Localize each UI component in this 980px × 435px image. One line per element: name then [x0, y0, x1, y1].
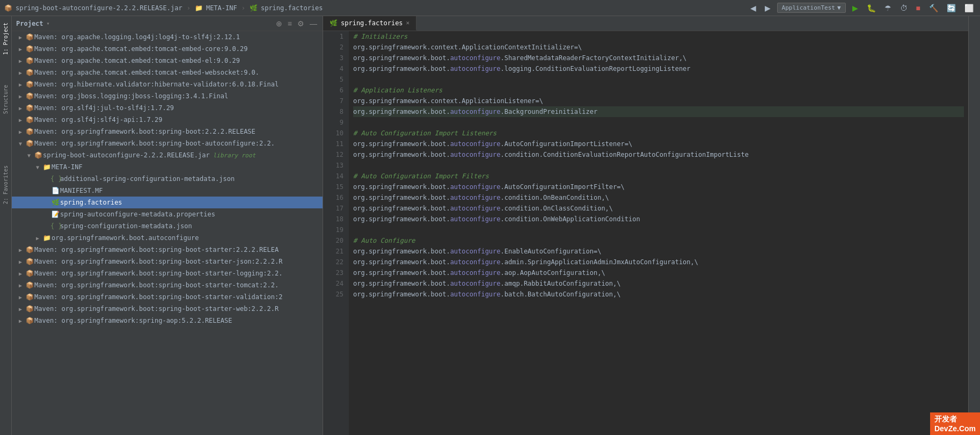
code-line-25: org.springframework.boot.autoconfigure.b… — [353, 289, 964, 300]
tree-label: Maven: org.springframework:spring-aop:5.… — [34, 317, 232, 324]
breadcrumb-folder: META-INF — [206, 4, 237, 12]
jar-icon: 📦 — [25, 281, 34, 289]
tab-close-button[interactable]: ✕ — [406, 19, 410, 26]
tree-label: Maven: org.springframework.boot:spring-b… — [34, 270, 282, 277]
tree-label: additional-spring-configuration-metadata… — [60, 175, 235, 183]
line-num-14: 14 — [323, 171, 349, 182]
build-button[interactable]: 🔨 — [927, 3, 940, 13]
spring-factories-tree-item[interactable]: 🌿 spring.factories — [12, 197, 323, 208]
tree-arrow: ▶ — [16, 93, 25, 99]
tree-item[interactable]: ▶ 📦 Maven: org.springframework.boot:spri… — [12, 126, 323, 137]
run-button[interactable]: ▶ — [850, 3, 860, 13]
sidebar-item-structure[interactable]: Structure — [2, 81, 10, 118]
line-numbers: 1 2 3 4 5 6 7 8 9 10 11 12 13 14 15 16 1… — [323, 31, 349, 435]
tree-item[interactable]: ▶ 📦 Maven: org.slf4j:jul-to-slf4j:1.7.29 — [12, 102, 323, 114]
code-line-20: # Auto Configure — [353, 235, 964, 246]
tree-item[interactable]: ▶ 📦 Maven: org.springframework.boot:spri… — [12, 244, 323, 256]
tree-label: Maven: org.jboss.logging:jboss-logging:3… — [34, 92, 228, 100]
code-line-8: org.springframework.boot.autoconfigure.B… — [353, 106, 964, 117]
tree-arrow: ▶ — [16, 306, 25, 312]
tab-spring-factories[interactable]: 🌿 spring.factories ✕ — [323, 16, 416, 31]
tree-label: spring-boot-autoconfigure-2.2.2.RELEASE.… — [43, 151, 210, 159]
editor-content: 1 2 3 4 5 6 7 8 9 10 11 12 13 14 15 16 1… — [323, 31, 968, 435]
tree-item[interactable]: ▶ 📦 Maven: org.springframework.boot:spri… — [12, 279, 323, 291]
jar-icon: 📦 — [25, 128, 34, 135]
line-num-21: 21 — [323, 246, 349, 257]
tree-arrow: ▶ — [16, 259, 25, 265]
run-config-select[interactable]: ApplicationTest ▼ — [777, 3, 846, 13]
maximize-button[interactable]: ⬜ — [962, 3, 976, 13]
tree-item[interactable]: ▶ 📦 Maven: org.hibernate.validator:hiber… — [12, 78, 323, 90]
tree-item[interactable]: ▼ 📦 spring-boot-autoconfigure-2.2.2.RELE… — [12, 149, 323, 161]
tree-label: Maven: org.apache.logging.log4j:log4j-to… — [34, 33, 240, 41]
tree-label: META-INF — [52, 163, 83, 171]
tree-item[interactable]: ▶ 📦 Maven: org.jboss.logging:jboss-loggi… — [12, 90, 323, 102]
tree-item[interactable]: ▶ 📦 Maven: org.springframework.boot:spri… — [12, 267, 323, 279]
line-num-23: 23 — [323, 267, 349, 278]
jar-icon: 📦 — [25, 270, 34, 277]
tree-item[interactable]: { } spring-configuration-metadata.json — [12, 220, 323, 232]
tree-item[interactable]: ▶ 📦 Maven: org.apache.tomcat.embed:tomca… — [12, 67, 323, 78]
line-num-16: 16 — [323, 192, 349, 203]
tree-item[interactable]: 📄 MANIFEST.MF — [12, 185, 323, 197]
tree-item[interactable]: ▶ 📦 Maven: org.apache.tomcat.embed:tomca… — [12, 55, 323, 67]
settings-button[interactable]: ⚙ — [296, 19, 305, 28]
code-line-19 — [353, 224, 964, 235]
line-num-18: 18 — [323, 214, 349, 224]
debug-button[interactable]: 🐛 — [865, 3, 878, 13]
line-num-3: 3 — [323, 53, 349, 63]
breadcrumb-file: spring.factories — [261, 4, 323, 12]
panel-dropdown-arrow[interactable]: ▾ — [47, 20, 50, 26]
watermark-line2: DevZe.Com — [934, 424, 976, 433]
tree-arrow: ▶ — [16, 34, 25, 40]
tree-label: Maven: org.slf4j:slf4j-api:1.7.29 — [34, 116, 162, 124]
code-line-1: # Initializers — [353, 31, 964, 42]
line-num-17: 17 — [323, 203, 349, 214]
code-line-17: org.springframework.boot.autoconfigure.c… — [353, 203, 964, 214]
stop-button[interactable]: ■ — [914, 3, 923, 13]
tree-label: Maven: org.springframework.boot:spring-b… — [34, 305, 279, 313]
tree-item[interactable]: ▶ 📦 Maven: org.springframework:spring-ao… — [12, 315, 323, 327]
tree-item[interactable]: ▶ 📦 Maven: org.springframework.boot:spri… — [12, 303, 323, 315]
run-config-label: ApplicationTest — [782, 4, 835, 11]
spring-icon: 🌿 — [250, 4, 258, 12]
tree-item[interactable]: ▶ 📦 Maven: org.springframework.boot:spri… — [12, 291, 323, 303]
tree-label: spring-autoconfigure-metadata.properties — [60, 211, 215, 218]
tree-arrow: ▶ — [16, 294, 25, 300]
panel-header: Project ▾ ⊕ ≡ ⚙ — — [12, 16, 323, 31]
coverage-button[interactable]: ☂ — [882, 3, 894, 13]
minimize-button[interactable]: — — [309, 19, 318, 28]
back-button[interactable]: ◀ — [748, 3, 758, 13]
tree-item[interactable]: ▶ 📦 Maven: org.slf4j:slf4j-api:1.7.29 — [12, 114, 323, 126]
code-editor[interactable]: # Initializers org.springframework.conte… — [349, 31, 968, 435]
tree-item[interactable]: ▶ 📁 org.springframework.boot.autoconfigu… — [12, 232, 323, 244]
flatten-button[interactable]: ≡ — [287, 19, 293, 28]
tree-item[interactable]: ▼ 📁 META-INF — [12, 161, 323, 173]
tree-label: Maven: org.springframework.boot:spring-b… — [34, 258, 282, 265]
tree-item[interactable]: { } additional-spring-configuration-meta… — [12, 173, 323, 185]
line-num-7: 7 — [323, 96, 349, 106]
jar-icon: 📦 — [25, 104, 34, 112]
tree-item[interactable]: ▶ 📦 Maven: org.apache.tomcat.embed:tomca… — [12, 43, 323, 55]
scope-button[interactable]: ⊕ — [275, 19, 283, 28]
editor-tabs: 🌿 spring.factories ✕ — [323, 16, 968, 31]
tree-item[interactable]: ▶ 📦 Maven: org.apache.logging.log4j:log4… — [12, 31, 323, 43]
tree-item[interactable]: ▼ 📦 Maven: org.springframework.boot:spri… — [12, 137, 323, 149]
tree-item[interactable]: 📝 spring-autoconfigure-metadata.properti… — [12, 208, 323, 220]
panel-title: Project — [16, 20, 43, 27]
editor-area: 🌿 spring.factories ✕ 1 2 3 4 5 6 7 8 9 1… — [323, 16, 968, 435]
profile-button[interactable]: ⏱ — [898, 3, 910, 13]
tree-label: Maven: org.springframework.boot:spring-b… — [34, 140, 275, 147]
sidebar-item-project[interactable]: 1: Project — [2, 18, 10, 59]
properties-icon: 📝 — [50, 211, 60, 218]
sidebar-item-favorites[interactable]: 2: Favorites — [2, 161, 10, 208]
forward-button[interactable]: ▶ — [763, 3, 773, 13]
tree-label: Maven: org.slf4j:jul-to-slf4j:1.7.29 — [34, 104, 174, 112]
tree-label: MANIFEST.MF — [60, 187, 103, 194]
code-line-21: org.springframework.boot.autoconfigure.E… — [353, 246, 964, 257]
code-line-12: org.springframework.boot.autoconfigure.c… — [353, 149, 964, 160]
folder-icon: 📁 — [195, 4, 203, 12]
sync-button[interactable]: 🔄 — [945, 3, 958, 13]
tree-item[interactable]: ▶ 📦 Maven: org.springframework.boot:spri… — [12, 256, 323, 267]
comment-text: # Initializers — [353, 33, 407, 40]
